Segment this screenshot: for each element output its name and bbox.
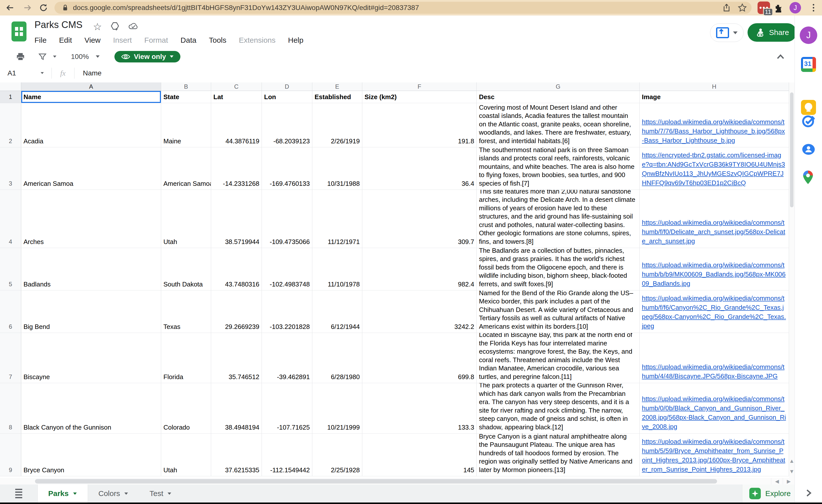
cell-F1[interactable]: Size (km2) xyxy=(362,91,477,103)
cell-H6[interactable]: https://upload.wikimedia.org/wikipedia/c… xyxy=(640,291,789,333)
tab-parks[interactable]: Parks xyxy=(37,485,88,503)
browser-back-button[interactable] xyxy=(4,2,15,13)
row-number-2[interactable]: 2 xyxy=(0,103,21,147)
browser-reload-button[interactable] xyxy=(38,2,49,13)
browser-address-bar[interactable]: docs.google.com/spreadsheets/d/1gjttBIT4… xyxy=(54,2,752,14)
cell-C1[interactable]: Lat xyxy=(211,91,262,103)
cell-A7[interactable]: Biscayne xyxy=(21,333,161,383)
cell-H4[interactable]: https://upload.wikimedia.org/wikipedia/c… xyxy=(640,190,789,248)
browser-forward-button[interactable] xyxy=(22,2,33,13)
cell-C7[interactable]: 35.746512 xyxy=(211,333,262,383)
scroll-down-icon[interactable]: ▼ xyxy=(789,467,795,476)
horizontal-scrollbar[interactable] xyxy=(0,478,795,485)
menu-view[interactable]: View xyxy=(84,36,100,44)
cell-H9[interactable]: https://upload.wikimedia.org/wikipedia/c… xyxy=(640,434,789,476)
row-number-1[interactable]: 1 xyxy=(0,91,21,103)
row-number-5[interactable]: 5 xyxy=(0,248,21,290)
cell-C2[interactable]: 44.3876119 xyxy=(211,103,262,147)
zoom-level[interactable]: 100% xyxy=(71,53,89,61)
horizontal-scrollbar-thumb[interactable] xyxy=(35,479,717,484)
cell-E6[interactable]: 6/12/1944 xyxy=(312,291,362,333)
browser-menu-button[interactable] xyxy=(809,3,818,12)
cell-F4[interactable]: 309.7 xyxy=(362,190,477,248)
cell-H5[interactable]: https://upload.wikimedia.org/wikipedia/c… xyxy=(640,248,789,290)
cell-H8[interactable]: https://upload.wikimedia.org/wikipedia/c… xyxy=(640,383,789,433)
row-number-3[interactable]: 3 xyxy=(0,147,21,189)
column-header-C[interactable]: C xyxy=(211,82,262,91)
explore-button[interactable]: Explore xyxy=(742,485,795,503)
extensions-puzzle-icon[interactable] xyxy=(773,2,784,13)
star-document-icon[interactable]: ☆ xyxy=(93,21,102,32)
maps-icon[interactable] xyxy=(801,170,816,185)
name-box[interactable]: A1 xyxy=(7,69,40,77)
view-only-button[interactable]: View only xyxy=(114,51,180,62)
cell-G3[interactable]: The southernmost national park is on thr… xyxy=(477,147,640,189)
column-header-A[interactable]: A xyxy=(21,82,161,91)
cell-E3[interactable]: 10/31/1988 xyxy=(312,147,362,189)
column-header-F[interactable]: F xyxy=(362,82,477,91)
row-number-4[interactable]: 4 xyxy=(0,190,21,248)
cell-C3[interactable]: -14.2331268 xyxy=(211,147,262,189)
cell-B7[interactable]: Florida xyxy=(161,333,211,383)
cell-G6[interactable]: Named for the Bend of the Rio Grande alo… xyxy=(477,291,640,333)
row-number-9[interactable]: 9 xyxy=(0,434,21,476)
collapse-toolbar-button[interactable] xyxy=(776,53,786,60)
cell-D1[interactable]: Lon xyxy=(262,91,312,103)
bookmark-star-icon[interactable] xyxy=(738,3,747,12)
account-avatar[interactable]: J xyxy=(800,26,817,44)
cell-F9[interactable]: 145 xyxy=(362,434,477,476)
cell-D5[interactable]: -102.4983748 xyxy=(262,248,312,290)
sheets-logo-icon[interactable] xyxy=(11,21,26,41)
image-url-link[interactable]: https://upload.wikimedia.org/wikipedia/c… xyxy=(642,261,787,288)
cell-F3[interactable]: 36.4 xyxy=(362,147,477,189)
cell-A1[interactable]: Name xyxy=(21,91,161,103)
menu-data[interactable]: Data xyxy=(180,36,196,44)
cell-A5[interactable]: Badlands xyxy=(21,248,161,290)
cell-C6[interactable]: 29.2669239 xyxy=(211,291,262,333)
cell-D3[interactable]: -169.4760133 xyxy=(262,147,312,189)
column-header-B[interactable]: B xyxy=(161,82,211,91)
share-button[interactable]: Share xyxy=(748,23,797,42)
cell-A2[interactable]: Acadia xyxy=(21,103,161,147)
cell-D6[interactable]: -103.2201828 xyxy=(262,291,312,333)
cell-D9[interactable]: -112.1549442 xyxy=(262,434,312,476)
cell-B6[interactable]: Texas xyxy=(161,291,211,333)
cell-B5[interactable]: South Dakota xyxy=(161,248,211,290)
all-sheets-menu-icon[interactable] xyxy=(0,485,37,503)
cell-E8[interactable]: 10/21/1999 xyxy=(312,383,362,433)
cell-G9[interactable]: Bryce Canyon is a giant natural amphithe… xyxy=(477,434,640,476)
cell-H2[interactable]: https://upload.wikimedia.org/wikipedia/c… xyxy=(640,103,789,147)
image-url-link[interactable]: https://upload.wikimedia.org/wikipedia/c… xyxy=(642,394,787,431)
cell-C8[interactable]: 38.4948194 xyxy=(211,383,262,433)
cell-F7[interactable]: 699.8 xyxy=(362,333,477,383)
scroll-up-icon[interactable]: ▲ xyxy=(789,457,795,466)
tasks-icon[interactable] xyxy=(801,113,816,128)
cell-B1[interactable]: State xyxy=(161,91,211,103)
tab-test[interactable]: Test xyxy=(139,485,182,503)
name-box-chevron-icon[interactable] xyxy=(41,72,44,74)
cell-D8[interactable]: -107.71625 xyxy=(262,383,312,433)
cell-A9[interactable]: Bryce Canyon xyxy=(21,434,161,476)
cloud-saved-icon[interactable] xyxy=(128,21,139,31)
column-header-D[interactable]: D xyxy=(262,82,312,91)
cell-H7[interactable]: https://upload.wikimedia.org/wikipedia/c… xyxy=(640,333,789,383)
cell-F5[interactable]: 982.4 xyxy=(362,248,477,290)
image-url-link[interactable]: https://upload.wikimedia.org/wikipedia/c… xyxy=(642,117,787,145)
filter-chevron-icon[interactable] xyxy=(53,55,56,57)
cell-B8[interactable]: Colorado xyxy=(161,383,211,433)
cell-E5[interactable]: 11/10/1978 xyxy=(312,248,362,290)
cell-E2[interactable]: 2/26/1919 xyxy=(312,103,362,147)
menu-help[interactable]: Help xyxy=(288,36,304,44)
vertical-scrollbar-thumb[interactable] xyxy=(790,92,794,207)
grid-corner-select-all[interactable] xyxy=(0,82,21,91)
add-shortcut-icon[interactable] xyxy=(110,21,120,31)
cell-G5[interactable]: The Badlands are a collection of buttes,… xyxy=(477,248,640,290)
scroll-right-icon[interactable]: ▶ xyxy=(783,478,795,485)
menu-tools[interactable]: Tools xyxy=(209,36,227,44)
formula-input[interactable]: Name xyxy=(83,69,102,77)
image-url-link[interactable]: https://upload.wikimedia.org/wikipedia/c… xyxy=(642,362,787,381)
scroll-left-icon[interactable]: ◀ xyxy=(771,478,783,485)
cell-G7[interactable]: Located in Biscayne Bay, this park at th… xyxy=(477,333,640,383)
cell-A6[interactable]: Big Bend xyxy=(21,291,161,333)
vertical-scrollbar[interactable]: ▲ ▼ xyxy=(789,82,795,478)
